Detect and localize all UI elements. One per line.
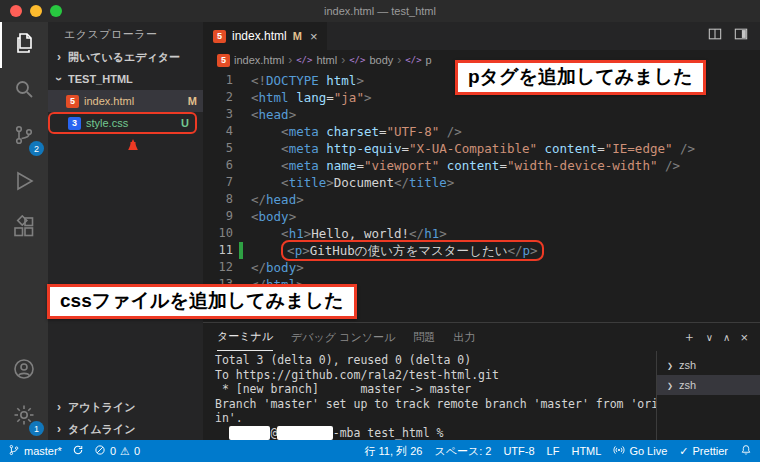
title-bar: index.html — test_html — [0, 0, 760, 22]
eol-status[interactable]: LF — [547, 445, 560, 457]
git-branch-status[interactable]: master* — [8, 444, 62, 458]
terminal-instance-selected[interactable]: ❯ zsh — [657, 375, 760, 395]
terminal-icon: ❯ — [667, 380, 673, 391]
workspace-section[interactable]: › TEST_HTML — [48, 68, 203, 90]
symbol-icon: </> — [349, 55, 365, 65]
panel: ターミナル デバッグ コンソール 問題 出力 ＋ ∨ ∧ × Total 3 (… — [203, 322, 760, 440]
new-terminal-icon[interactable]: ＋ — [683, 328, 696, 346]
code-line[interactable]: 12</body> — [203, 259, 760, 276]
warning-icon: ⚠ — [120, 445, 130, 458]
sidebar-title: エクスプローラー — [48, 22, 203, 46]
account-icon — [12, 357, 36, 385]
panel-tab-terminal[interactable]: ターミナル — [217, 323, 273, 351]
problems-status[interactable]: 0 ⚠ 0 — [94, 444, 140, 458]
cursor-position-status[interactable]: 行 11, 列 26 — [365, 444, 423, 459]
outline-label: アウトライン — [68, 400, 136, 415]
tab-bar: 5 index.html M × — [203, 22, 760, 50]
tab-modified-badge: M — [293, 30, 302, 42]
error-icon — [94, 444, 106, 458]
terminal-line: Branch 'master' set up to track remote b… — [215, 397, 656, 412]
language-mode-status[interactable]: HTML — [571, 445, 601, 457]
outline-section[interactable]: › アウトライン — [48, 396, 203, 418]
explorer-sidebar: エクスプローラー › 開いているエディター › TEST_HTML 5 inde… — [48, 22, 203, 440]
settings-badge: 1 — [29, 421, 44, 436]
terminal-line: To https://github.com/rala2/test-html.gi… — [215, 368, 656, 383]
code-line[interactable]: 4 <meta charset="UTF-8" /> — [203, 123, 760, 140]
open-editors-label: 開いているエディター — [68, 50, 180, 65]
panel-tab-problems[interactable]: 問題 — [413, 323, 435, 351]
search-icon — [12, 77, 36, 105]
code-line[interactable]: 8</head> — [203, 191, 760, 208]
breadcrumb-item-file[interactable]: index.html — [234, 54, 284, 66]
close-tab-icon[interactable]: × — [310, 29, 318, 44]
notifications-bell[interactable] — [740, 444, 752, 458]
go-live-button[interactable]: Go Live — [613, 444, 667, 458]
html-file-icon: 5 — [217, 54, 230, 67]
html-file-icon: 5 — [213, 30, 226, 43]
code-line[interactable]: 5 <meta http-equiv="X-UA-Compatible" con… — [203, 140, 760, 157]
terminal-label: zsh — [679, 379, 696, 391]
activitybar-settings[interactable]: 1 — [0, 394, 48, 440]
scm-badge: 2 — [29, 141, 44, 156]
open-editors-section[interactable]: › 開いているエディター — [48, 46, 203, 68]
code-line[interactable]: 9<body> — [203, 208, 760, 225]
chevron-right-icon: › — [54, 400, 64, 414]
code-line[interactable]: 11 <p>GitHubの使い方をマスターしたい</p> — [203, 242, 760, 259]
code-line[interactable]: 7 <title>Document</title> — [203, 174, 760, 191]
file-name: index.html — [84, 95, 183, 107]
code-line[interactable]: 6 <meta name="viewport" content="width-d… — [203, 157, 760, 174]
editor-layout-icon[interactable] — [734, 27, 748, 45]
terminal-dropdown-icon[interactable]: ∨ — [706, 332, 713, 343]
breadcrumb-item-html[interactable]: html — [316, 54, 337, 66]
status-bar: master* 0 ⚠ 0 行 11, 列 26 スペース: 2 UTF-8 L… — [0, 440, 760, 462]
terminal-line: @ -mba test_html % — [215, 426, 656, 441]
files-icon — [13, 31, 37, 59]
file-item-index-html[interactable]: 5 index.html M — [48, 90, 203, 112]
prettier-status[interactable]: ✓ Prettier — [679, 445, 728, 458]
file-name: style.css — [86, 117, 176, 129]
activity-bar: 2 1 — [0, 22, 48, 440]
activitybar-search[interactable] — [0, 68, 48, 114]
terminal-list: ❯ zsh ❯ zsh — [656, 351, 760, 440]
terminal-line: * [new branch] master -> master — [215, 382, 656, 397]
git-modified-badge: M — [188, 95, 197, 107]
terminal-output[interactable]: Total 3 (delta 0), reused 0 (delta 0)To … — [203, 351, 656, 440]
panel-tab-output[interactable]: 出力 — [453, 323, 475, 351]
symbol-icon: </> — [296, 55, 312, 65]
workspace-label: TEST_HTML — [68, 73, 133, 85]
check-icon: ✓ — [679, 445, 688, 458]
activitybar-explorer[interactable] — [0, 22, 48, 68]
chevron-right-icon: › — [54, 50, 64, 64]
terminal-label: zsh — [679, 359, 696, 371]
terminal-icon: ❯ — [667, 360, 673, 371]
terminal-instance[interactable]: ❯ zsh — [657, 355, 760, 375]
activitybar-extensions[interactable] — [0, 206, 48, 252]
bell-icon — [740, 444, 752, 458]
maximize-panel-icon[interactable]: ∧ — [723, 332, 730, 343]
html-file-icon: 5 — [66, 95, 79, 108]
sync-icon — [72, 444, 84, 458]
tab-label: index.html — [232, 29, 287, 43]
chevron-right-icon: › — [397, 53, 401, 67]
run-debug-icon — [12, 169, 36, 197]
split-editor-icon[interactable] — [708, 27, 722, 45]
window-title: index.html — test_html — [0, 5, 760, 17]
breadcrumb-item-p[interactable]: p — [426, 54, 432, 66]
activitybar-run-debug[interactable] — [0, 160, 48, 206]
tab-index-html[interactable]: 5 index.html M × — [203, 22, 328, 50]
annotation-p-tag: pタグを追加してみました — [455, 60, 706, 95]
timeline-section[interactable]: › タイムライン — [48, 418, 203, 440]
symbol-icon: </> — [405, 55, 421, 65]
close-panel-icon[interactable]: × — [740, 330, 748, 345]
panel-tab-debug-console[interactable]: デバッグ コンソール — [291, 323, 395, 351]
indentation-status[interactable]: スペース: 2 — [434, 444, 491, 459]
encoding-status[interactable]: UTF-8 — [503, 445, 534, 457]
breadcrumb-item-body[interactable]: body — [369, 54, 393, 66]
branch-icon — [8, 444, 20, 458]
sync-changes-button[interactable] — [72, 444, 84, 458]
file-item-style-css[interactable]: 3 style.css U — [48, 112, 197, 134]
code-line[interactable]: 3<head> — [203, 106, 760, 123]
timeline-label: タイムライン — [68, 422, 136, 437]
activitybar-account[interactable] — [0, 348, 48, 394]
activitybar-source-control[interactable]: 2 — [0, 114, 48, 160]
